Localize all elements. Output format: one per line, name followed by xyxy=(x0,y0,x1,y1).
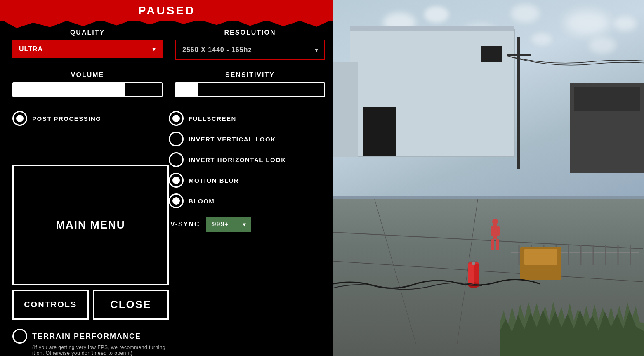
terrain-row: TERRAIN PERFORMANCE xyxy=(12,329,169,344)
invert-horizontal-checkbox[interactable] xyxy=(169,152,184,167)
vsync-dropdown[interactable]: 999+ xyxy=(206,217,251,232)
invert-vertical-checkbox[interactable] xyxy=(169,132,184,146)
bloom-label: BLOOM xyxy=(189,198,215,205)
resolution-group: RESOLUTION 2560 X 1440 - 165hz ▼ xyxy=(175,29,325,60)
close-button[interactable]: CLOSE xyxy=(93,290,169,320)
game-scene xyxy=(333,0,644,356)
volume-slider[interactable] xyxy=(12,82,163,97)
main-building xyxy=(350,29,515,157)
fullscreen-row: FULLSCREEN xyxy=(169,111,325,126)
vsync-label: V-SYNC xyxy=(170,221,200,228)
controls-button[interactable]: CONTROLS xyxy=(12,290,89,320)
post-processing-label: POST PROCESSING xyxy=(32,115,101,122)
building-door xyxy=(363,107,396,156)
power-pole xyxy=(517,37,520,169)
fullscreen-checkbox[interactable] xyxy=(169,111,184,126)
left-checkboxes: POST PROCESSING MAIN MENU CONTROLS CLOSE… xyxy=(12,111,169,356)
sensitivity-group: SENSITIVITY xyxy=(175,71,325,97)
post-processing-checkbox[interactable] xyxy=(12,111,27,126)
resolution-dropdown-container: 2560 X 1440 - 165hz ▼ xyxy=(175,40,325,60)
svg-rect-17 xyxy=(497,226,500,236)
right-checkboxes: FULLSCREEN INVERT VERTICAL LOOK INVERT H… xyxy=(169,111,325,356)
grass-svg xyxy=(500,298,644,356)
quality-label: QUALITY xyxy=(12,29,163,36)
volume-fill xyxy=(13,83,125,96)
character xyxy=(490,218,500,253)
bloom-row: BLOOM xyxy=(169,193,325,208)
machinery-top xyxy=(524,249,557,265)
light-spot-5 xyxy=(531,33,552,45)
quality-dropdown[interactable]: ULTRA xyxy=(12,40,163,58)
svg-point-12 xyxy=(492,219,498,224)
character-svg xyxy=(490,218,500,251)
small-building xyxy=(333,62,358,157)
quality-group: QUALITY ULTRA ▼ xyxy=(12,29,163,60)
light-spot-8 xyxy=(614,17,637,31)
svg-rect-11 xyxy=(470,261,477,262)
post-processing-row: POST PROCESSING xyxy=(12,111,169,126)
fullscreen-label: FULLSCREEN xyxy=(189,115,236,122)
game-scene-panel xyxy=(333,0,644,356)
motion-blur-label: MOTION BLUR xyxy=(189,177,239,184)
light-spot-7 xyxy=(589,37,616,54)
light-spot-4 xyxy=(511,4,540,23)
building-window xyxy=(481,46,502,62)
bloom-checkbox[interactable] xyxy=(169,193,184,208)
invert-vertical-row: INVERT VERTICAL LOOK xyxy=(169,132,325,146)
volume-label: VOLUME xyxy=(12,71,163,79)
svg-rect-16 xyxy=(491,226,494,236)
main-menu-button[interactable]: MAIN MENU xyxy=(12,165,169,285)
terrain-note: (If you are getting very low FPS, we rec… xyxy=(12,344,169,356)
cables xyxy=(333,271,540,292)
paused-header: PAUSED xyxy=(0,0,333,21)
volume-group: VOLUME xyxy=(12,71,163,97)
invert-vertical-label: INVERT VERTICAL LOOK xyxy=(189,136,276,143)
sensitivity-slider[interactable] xyxy=(175,82,325,97)
motion-blur-row: MOTION BLUR xyxy=(169,173,325,188)
bottom-buttons-row: CONTROLS CLOSE xyxy=(12,290,169,320)
vsync-row: V-SYNC 999+ ▼ xyxy=(169,217,325,232)
building-roof xyxy=(350,26,514,31)
vsync-dropdown-container: 999+ ▼ xyxy=(206,217,251,232)
grass-area xyxy=(500,298,644,356)
terrain-checkbox[interactable] xyxy=(12,329,27,344)
resolution-label: RESOLUTION xyxy=(175,29,325,36)
svg-rect-15 xyxy=(496,239,499,250)
power-wires xyxy=(507,54,644,95)
terrain-label: TERRAIN PERFORMANCE xyxy=(32,332,141,341)
invert-horizontal-row: INVERT HORIZONTAL LOOK xyxy=(169,152,325,167)
motion-blur-checkbox[interactable] xyxy=(169,173,184,188)
resolution-dropdown[interactable]: 2560 X 1440 - 165hz xyxy=(175,40,325,60)
invert-horizontal-label: INVERT HORIZONTAL LOOK xyxy=(189,156,286,163)
paused-title: PAUSED xyxy=(138,4,196,17)
terrain-section: TERRAIN PERFORMANCE (If you are getting … xyxy=(12,326,169,356)
light-spot-6 xyxy=(564,10,610,35)
right-structure xyxy=(570,83,644,173)
sensitivity-fill xyxy=(176,83,198,96)
sensitivity-label: SENSITIVITY xyxy=(175,71,325,79)
svg-rect-14 xyxy=(491,239,494,250)
light-spot-2 xyxy=(424,6,449,23)
quality-dropdown-container: ULTRA ▼ xyxy=(12,40,163,58)
